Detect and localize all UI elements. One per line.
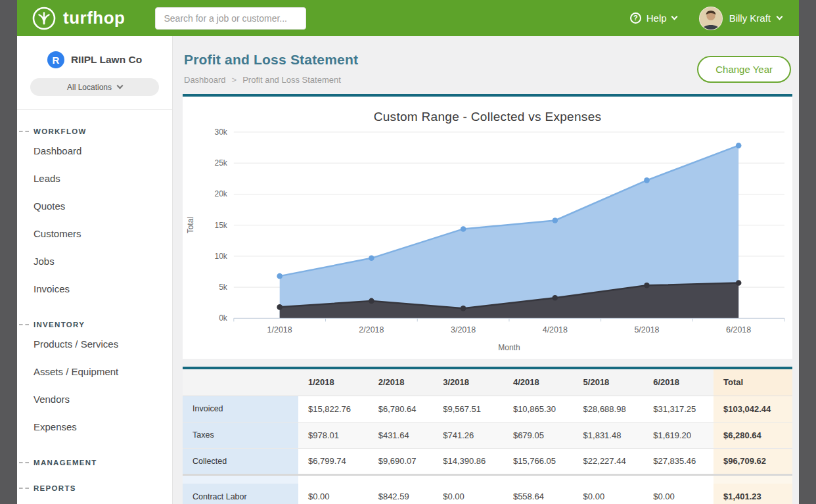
expenses-point bbox=[736, 280, 742, 286]
change-year-button[interactable]: Change Year bbox=[697, 56, 791, 83]
y-axis-title: Total bbox=[186, 217, 195, 233]
row-total-cell: $103,042.44 bbox=[714, 396, 792, 422]
section-spacer-row bbox=[183, 474, 792, 484]
table-cell: $0.00 bbox=[298, 484, 369, 504]
collected-point bbox=[277, 273, 283, 279]
table-row-contract-labor: Contract Labor$0.00$842.59$0.00$558.64$0… bbox=[183, 484, 792, 504]
table-cell: $1,619.20 bbox=[643, 422, 714, 448]
table-row-invoiced: Invoiced$15,822.76$6,780.64$9,567.51$10,… bbox=[183, 396, 792, 422]
y-tick-label: 10k bbox=[215, 252, 227, 261]
chevron-down-icon bbox=[671, 14, 677, 20]
table-cell: $15,766.05 bbox=[503, 448, 574, 474]
column-header-1-2018: 1/2018 bbox=[298, 369, 369, 396]
sidebar-item-assets-equipment[interactable]: Assets / Equipment bbox=[17, 358, 172, 386]
row-label: Taxes bbox=[183, 422, 298, 448]
divider bbox=[17, 109, 172, 110]
help-menu[interactable]: ? Help bbox=[630, 12, 677, 24]
y-tick-label: 5k bbox=[219, 283, 227, 292]
user-name: Billy Kraft bbox=[729, 12, 771, 24]
row-total-cell: $1,401.23 bbox=[714, 484, 792, 504]
locations-dropdown[interactable]: All Locations bbox=[30, 78, 159, 96]
x-tick-label: 3/2018 bbox=[451, 325, 476, 334]
row-total-cell: $6,280.64 bbox=[714, 422, 792, 448]
search-input[interactable] bbox=[155, 7, 306, 30]
sidebar-item-vendors[interactable]: Vendors bbox=[17, 386, 172, 413]
table-cell: $9,567.51 bbox=[433, 396, 503, 422]
sidebar-item-customers[interactable]: Customers bbox=[17, 220, 172, 248]
table-cell: $28,688.98 bbox=[574, 396, 644, 422]
row-label: Invoiced bbox=[183, 396, 298, 422]
page-header: Profit and Loss Statement Dashboard > Pr… bbox=[183, 36, 792, 94]
breadcrumb-dashboard[interactable]: Dashboard bbox=[184, 75, 226, 85]
sidebar-item-invoices[interactable]: Invoices bbox=[17, 275, 172, 303]
table-cell: $978.01 bbox=[298, 422, 369, 448]
pl-table: 1/20182/20183/20184/20185/20186/2018Tota… bbox=[183, 369, 792, 504]
table-cell: $0.00 bbox=[433, 484, 503, 504]
section-dash-icon bbox=[19, 324, 29, 325]
breadcrumb: Dashboard > Profit and Loss Statement bbox=[184, 75, 358, 85]
y-tick-label: 20k bbox=[215, 189, 227, 198]
turfhop-grass-icon bbox=[32, 6, 57, 31]
table-row-collected: Collected$6,799.74$9,690.07$14,390.86$15… bbox=[183, 448, 792, 474]
section-dash-icon bbox=[19, 462, 29, 463]
spacer-cell bbox=[183, 474, 298, 484]
body-row: R RIIPL Lawn Co All Locations WORKFLOWDa… bbox=[17, 36, 799, 504]
collected-point bbox=[736, 143, 742, 149]
sidebar-section-inventory[interactable]: INVENTORY bbox=[17, 321, 172, 329]
sidebar-item-dashboard[interactable]: Dashboard bbox=[17, 137, 172, 165]
x-axis-title: Month bbox=[498, 343, 520, 352]
expenses-point bbox=[461, 306, 466, 311]
breadcrumb-separator: > bbox=[232, 75, 237, 85]
collected-point bbox=[461, 226, 466, 232]
sidebar-item-leads[interactable]: Leads bbox=[17, 165, 172, 193]
table-cell: $6,799.74 bbox=[298, 448, 369, 474]
breadcrumb-current: Profit and Loss Statement bbox=[242, 75, 341, 85]
chart-title: Custom Range - Collected vs Expenses bbox=[183, 97, 792, 126]
table-cell: $679.05 bbox=[503, 422, 574, 448]
pl-chart: 0k5k10k15k20k25k30k1/20182/20183/20184/2… bbox=[183, 126, 792, 356]
page-title: Profit and Loss Statement bbox=[184, 52, 358, 68]
column-header-3-2018: 3/2018 bbox=[433, 369, 503, 396]
table-cell: $27,835.46 bbox=[643, 448, 714, 474]
table-cell: $842.59 bbox=[369, 484, 434, 504]
company-header: R RIIPL Lawn Co bbox=[17, 36, 172, 78]
section-dash-icon bbox=[19, 131, 29, 132]
x-tick-label: 5/2018 bbox=[634, 325, 659, 334]
pl-table-card: 1/20182/20183/20184/20185/20186/2018Tota… bbox=[183, 367, 792, 504]
x-tick-label: 4/2018 bbox=[543, 325, 568, 334]
sidebar-section-workflow[interactable]: WORKFLOW bbox=[17, 127, 172, 135]
x-tick-label: 2/2018 bbox=[359, 325, 384, 334]
table-cell: $6,780.64 bbox=[369, 396, 434, 422]
table-cell: $14,390.86 bbox=[433, 448, 503, 474]
collected-point bbox=[369, 256, 374, 262]
column-header-blank bbox=[183, 369, 298, 396]
sidebar-item-expenses[interactable]: Expenses bbox=[17, 413, 172, 441]
chevron-down-icon bbox=[117, 83, 124, 89]
table-header-row: 1/20182/20183/20184/20185/20186/2018Tota… bbox=[183, 369, 792, 396]
table-cell: $1,831.48 bbox=[574, 422, 644, 448]
chart-card: Custom Range - Collected vs Expenses 0k5… bbox=[183, 94, 792, 359]
chevron-down-icon bbox=[777, 14, 783, 20]
sidebar-item-jobs[interactable]: Jobs bbox=[17, 248, 172, 275]
company-badge: R bbox=[47, 51, 64, 68]
y-tick-label: 0k bbox=[219, 313, 227, 323]
sidebar-nav: WORKFLOWDashboardLeadsQuotesCustomersJob… bbox=[17, 127, 172, 504]
app-window: turfhop ? Help Billy Kraft bbox=[17, 0, 799, 504]
spacer-cell bbox=[298, 474, 714, 484]
brand-logo[interactable]: turfhop bbox=[32, 6, 125, 31]
brand-name: turfhop bbox=[63, 8, 125, 28]
sidebar-section-reports[interactable]: REPORTS bbox=[17, 484, 172, 492]
sidebar-section-management[interactable]: MANAGEMENT bbox=[17, 459, 172, 467]
topbar-right: ? Help Billy Kraft bbox=[630, 7, 782, 30]
section-label: REPORTS bbox=[34, 484, 76, 492]
x-tick-label: 6/2018 bbox=[726, 325, 751, 334]
column-header-2-2018: 2/2018 bbox=[369, 369, 434, 396]
topbar: turfhop ? Help Billy Kraft bbox=[17, 0, 799, 36]
table-cell: $0.00 bbox=[574, 484, 644, 504]
table-row-taxes: Taxes$978.01$431.64$741.26$679.05$1,831.… bbox=[183, 422, 792, 448]
sidebar-item-products-services[interactable]: Products / Services bbox=[17, 331, 172, 358]
collected-point bbox=[644, 177, 650, 183]
user-menu[interactable]: Billy Kraft bbox=[699, 7, 782, 30]
locations-label: All Locations bbox=[67, 83, 112, 92]
sidebar-item-quotes[interactable]: Quotes bbox=[17, 193, 172, 220]
